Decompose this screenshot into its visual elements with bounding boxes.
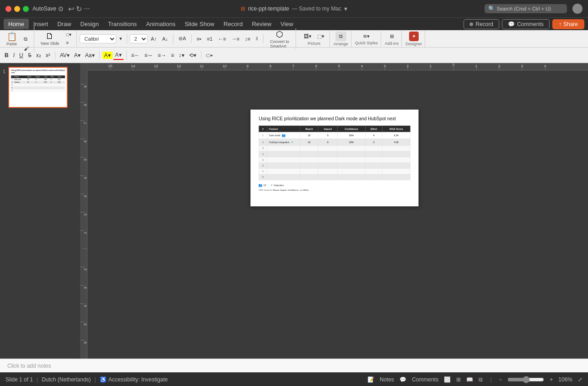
notes-placeholder: Click to add notes	[7, 363, 51, 369]
cell-rice_score	[382, 174, 410, 180]
redo-icon[interactable]: ↻	[76, 5, 82, 13]
highlight-color-button[interactable]: A▾	[102, 52, 113, 59]
designer-button[interactable]: ✦	[409, 32, 419, 41]
maximize-button[interactable]	[23, 6, 29, 12]
avatar[interactable]	[572, 4, 583, 14]
cut-button[interactable]: ✂	[22, 25, 31, 34]
slide-canvas[interactable]: Using RICE prioritization we planned Dar…	[250, 110, 418, 207]
numbered-list-button[interactable]: ≡1	[205, 35, 215, 43]
menu-design[interactable]: Design	[76, 19, 103, 29]
line-spacing-button[interactable]: ↕≡	[243, 35, 253, 43]
menu-animations[interactable]: Animations	[141, 19, 180, 29]
zoom-out-icon[interactable]: −	[499, 376, 502, 383]
underline-button[interactable]: U	[17, 51, 25, 59]
new-slide-button[interactable]: 🗋 New Slide	[37, 31, 63, 47]
align-right-button[interactable]: ≡→	[156, 51, 168, 59]
bullet-list-button[interactable]: ≡•	[194, 35, 204, 43]
share-button[interactable]: ↑ Share	[552, 19, 584, 29]
table-row: 3	[259, 145, 410, 151]
add-ins-button[interactable]: ⊞	[388, 32, 396, 41]
font-family-select[interactable]: Calibri	[80, 34, 116, 43]
line-spacing-fmt-button[interactable]: ↕▾	[177, 51, 186, 59]
strikethrough-button[interactable]: S̶	[26, 51, 33, 59]
picture-button[interactable]: 🖼▾	[302, 32, 314, 41]
section-button[interactable]: ≡	[64, 39, 74, 47]
draw-group: ⬭▾	[204, 51, 217, 59]
comments-status-label[interactable]: Comments	[412, 376, 438, 383]
svg-text:7: 7	[292, 64, 295, 68]
menu-slideshow[interactable]: Slide Show	[180, 19, 219, 29]
addins-icon: ⊞	[390, 33, 394, 39]
convert-smartart-button[interactable]: ⬡ Convert toSmartArt	[266, 28, 293, 49]
notes-status-label[interactable]: Notes	[380, 376, 394, 383]
columns-button[interactable]: ⫴	[254, 34, 260, 43]
record-button[interactable]: Record	[464, 19, 499, 29]
text-style-button[interactable]: AV▾	[58, 51, 71, 59]
quick-styles-button[interactable]: ≋▾	[360, 32, 372, 40]
cell-effort: 3	[365, 139, 382, 145]
minimize-button[interactable]	[14, 6, 20, 12]
presenter-view-icon[interactable]: ⧉	[479, 376, 483, 383]
font-size-up[interactable]: A↑	[149, 35, 159, 43]
menu-draw[interactable]: Draw	[53, 19, 76, 29]
text-case-button[interactable]: Aa▾	[83, 51, 97, 59]
indent-decrease-button[interactable]: ←≡	[216, 35, 228, 43]
convert-smartart-group: ⬡ Convert toSmartArt	[266, 28, 296, 49]
rice-note: RICE stands for Reach, Impact, Confidenc…	[259, 189, 410, 191]
char-spacing-button[interactable]: A▾	[72, 51, 82, 59]
menu-record[interactable]: Record	[219, 19, 247, 29]
fit-slide-icon[interactable]: ⤢	[578, 376, 583, 383]
chevron-down-icon[interactable]: ▾	[344, 5, 347, 12]
paste-button[interactable]: 📋 Paste	[3, 31, 21, 47]
align-justify-button[interactable]: ≡	[169, 51, 176, 59]
comments-icon[interactable]: 💬	[399, 376, 406, 383]
zoom-in-icon[interactable]: +	[550, 376, 553, 383]
zoom-slider[interactable]	[507, 376, 544, 383]
font-color-button[interactable]: A▾	[113, 51, 124, 60]
picture-alt-button[interactable]: ⬚▾	[315, 32, 327, 41]
undo-icon[interactable]: ↩	[68, 5, 74, 13]
font-size-dropdown[interactable]: ▾	[117, 34, 124, 43]
cell-rice_score	[382, 151, 410, 157]
cell-feature	[267, 151, 300, 157]
layout-button[interactable]: □▾	[64, 31, 74, 38]
arrange-section: ⧉ Arrange	[331, 31, 351, 47]
main-area: 1 Using RICE prioritization we planned D…	[0, 63, 588, 359]
align-center-button[interactable]: ≡↔	[143, 51, 155, 59]
search-box[interactable]: 🔍 Search (Cmd + Ctrl + U)	[485, 4, 567, 13]
bold-button[interactable]: B	[3, 51, 11, 59]
comments-button[interactable]: 💬 Comments	[502, 19, 550, 29]
text-direction-button[interactable]: ⟲▾	[187, 51, 198, 59]
font-size-down[interactable]: A↓	[160, 35, 170, 43]
font-size-select[interactable]: 24	[129, 34, 148, 43]
close-button[interactable]	[5, 6, 11, 12]
svg-text:14: 14	[131, 64, 135, 68]
svg-text:9: 9	[247, 64, 249, 68]
svg-text:4: 4	[83, 305, 87, 307]
cell-num: 6	[259, 163, 267, 169]
cell-rice_score	[382, 163, 410, 169]
notes-icon[interactable]: 📝	[367, 376, 374, 383]
superscript-button[interactable]: x²	[44, 51, 52, 59]
arrange-button[interactable]: ⧉	[335, 32, 346, 41]
slide-sorter-icon[interactable]: ⊞	[456, 376, 461, 383]
menu-transitions[interactable]: Transitions	[103, 19, 141, 29]
cell-feature	[267, 174, 300, 180]
normal-view-icon[interactable]: ⬜	[444, 376, 451, 383]
cell-rice_score	[382, 157, 410, 163]
canvas-area[interactable]: Using RICE prioritization we planned Dar…	[87, 70, 588, 359]
slide-thumbnail[interactable]: Using RICE prioritization we planned Dar…	[8, 67, 68, 108]
reading-view-icon[interactable]: 📖	[466, 376, 473, 383]
more-icon[interactable]: ···	[84, 5, 90, 13]
shapes-button[interactable]: ⬭▾	[204, 51, 215, 59]
notes-bar[interactable]: Click to add notes	[0, 359, 588, 372]
table-header-row: # Feature Reach Impact Confidence Effort…	[259, 126, 410, 132]
subscript-button[interactable]: x₂	[34, 51, 43, 59]
indent-increase-button[interactable]: →≡	[229, 35, 242, 43]
autosave-label: AutoSave ⊙	[32, 5, 64, 12]
clear-format-button[interactable]: ⊘A	[176, 34, 188, 43]
ruler-vertical: 9 8 7 6 5 4 3 2 1 2 3 4 5 6	[80, 70, 87, 359]
italic-button[interactable]: I	[11, 51, 16, 59]
align-left-button[interactable]: ≡←	[129, 51, 142, 59]
copy-button[interactable]: ⧉	[22, 35, 31, 43]
